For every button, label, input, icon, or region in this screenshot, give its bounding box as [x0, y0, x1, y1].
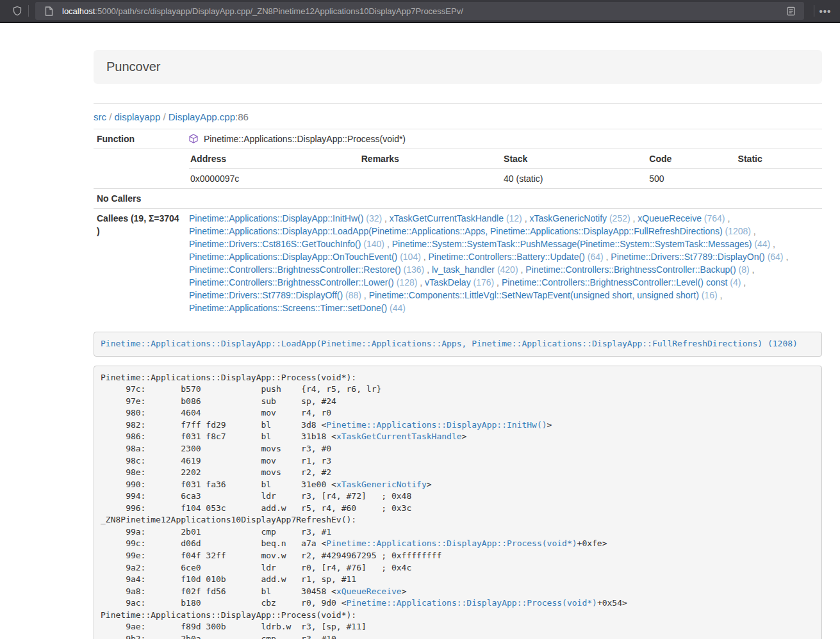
metrics-value — [737, 169, 822, 189]
symbol-link[interactable]: Pinetime::Applications::DisplayApp::Init… — [326, 420, 547, 430]
callee-size: (1208) — [723, 226, 751, 236]
highlighted-symbol-box: Pinetime::Applications::DisplayApp::Load… — [94, 332, 822, 357]
callee-size: (140) — [361, 239, 384, 249]
metrics-cell: AddressRemarksStackCodeStatic 0x0000097c… — [186, 149, 822, 189]
callee-separator: , — [382, 213, 390, 223]
callee-link[interactable]: xQueueReceive — [638, 213, 702, 223]
callee-link[interactable]: Pinetime::Applications::DisplayApp::OnTo… — [189, 252, 397, 262]
callee-link[interactable]: Pinetime::Controllers::BrightnessControl… — [189, 277, 394, 287]
callee-size: (136) — [401, 264, 425, 275]
callee-separator: , — [384, 239, 392, 249]
callee-size: (128) — [394, 277, 418, 287]
toolbar-separator-right — [814, 5, 814, 17]
callee-size: (764) — [702, 213, 725, 223]
app-header: Puncover — [94, 50, 822, 84]
callee-link[interactable]: Pinetime::Applications::DisplayApp::Init… — [189, 213, 363, 223]
callee-size: (44) — [387, 303, 406, 313]
callees-list: Pinetime::Applications::DisplayApp::Init… — [186, 209, 822, 318]
page-title: Puncover — [106, 60, 809, 74]
url-bar[interactable]: localhost:5000/path/src/displayapp/Displ… — [35, 2, 804, 20]
callee-link[interactable]: Pinetime::Controllers::BrightnessControl… — [525, 264, 736, 275]
callees-row: Callees (19, Σ=3704 ) Pinetime::Applicat… — [94, 209, 822, 318]
callee-separator: , — [494, 277, 502, 287]
no-callers-label: No Callers — [94, 189, 186, 209]
symbol-link[interactable]: Pinetime::Applications::DisplayApp::Proc… — [326, 538, 577, 548]
symbol-cube-icon — [189, 134, 198, 143]
symbol-link[interactable]: xTaskGenericNotify — [336, 480, 427, 489]
function-symbol: Pinetime::Applications::DisplayApp::Proc… — [204, 134, 406, 144]
callee-link[interactable]: Pinetime::Controllers::Battery::Update() — [429, 252, 585, 262]
callee-link[interactable]: xTaskGetCurrentTaskHandle — [390, 213, 504, 223]
reader-mode-icon[interactable] — [782, 3, 799, 19]
breadcrumb-separator: / — [106, 111, 115, 122]
metrics-column-header: Remarks — [360, 149, 502, 169]
callee-separator: , — [770, 239, 775, 249]
callee-size: (32) — [363, 213, 382, 223]
function-label: Function — [94, 129, 186, 149]
callee-size: (176) — [471, 277, 495, 287]
callee-separator: , — [718, 290, 723, 300]
function-row: Function Pinetime::Applications::Display… — [94, 129, 822, 149]
callee-link[interactable]: Pinetime::Drivers::St7789::DisplayOn() — [611, 252, 764, 262]
callee-size: (4) — [727, 277, 741, 287]
symbol-link[interactable]: xTaskGetCurrentTaskHandle — [336, 432, 462, 441]
symbol-link[interactable]: Pinetime::Applications::DisplayApp::Proc… — [347, 598, 597, 608]
callee-link[interactable]: Pinetime::System::SystemTask::PushMessag… — [392, 239, 752, 249]
callee-link[interactable]: Pinetime::Applications::Screens::Timer::… — [189, 303, 387, 313]
callee-separator: , — [361, 290, 369, 300]
callee-separator: , — [750, 264, 755, 275]
callee-link[interactable]: Pinetime::Controllers::BrightnessControl… — [502, 277, 727, 287]
highlighted-symbol-link[interactable]: Pinetime::Applications::DisplayApp::Load… — [101, 339, 798, 348]
callee-size: (420) — [495, 264, 518, 275]
callee-link[interactable]: Pinetime::Applications::DisplayApp::Load… — [189, 226, 723, 236]
metrics-value — [360, 169, 502, 189]
callee-size: (16) — [699, 290, 718, 300]
callee-size: (88) — [343, 290, 361, 300]
callee-link[interactable]: Pinetime::Controllers::BrightnessControl… — [189, 264, 401, 275]
function-symbol-cell: Pinetime::Applications::DisplayApp::Proc… — [186, 129, 822, 149]
callee-size: (12) — [504, 213, 522, 223]
metrics-column-header: Stack — [502, 149, 648, 169]
breadcrumb-link[interactable]: DisplayApp.cpp — [169, 111, 235, 122]
divider — [94, 103, 822, 104]
callee-link[interactable]: vTaskDelay — [425, 277, 471, 287]
callee-size: (64) — [765, 252, 784, 262]
page-container: Puncover src / displayapp / DisplayApp.c… — [94, 50, 822, 639]
callee-size: (44) — [752, 239, 770, 249]
tracking-protection-shield-icon[interactable] — [9, 3, 26, 19]
url-text[interactable]: localhost:5000/path/src/displayapp/Displ… — [62, 6, 782, 16]
metrics-value-row: 0x0000097c40 (static)500 — [189, 169, 822, 189]
callee-link[interactable]: Pinetime::Drivers::Cst816S::GetTouchInfo… — [189, 239, 361, 249]
callee-size: (252) — [607, 213, 630, 223]
url-host: localhost — [62, 6, 95, 16]
breadcrumb-line-number: :86 — [235, 111, 249, 122]
callee-link[interactable]: xTaskGenericNotify — [529, 213, 607, 223]
metrics-table: AddressRemarksStackCodeStatic 0x0000097c… — [189, 149, 822, 188]
metrics-column-header: Code — [648, 149, 736, 169]
symbol-link[interactable]: xQueueReceive — [336, 586, 402, 596]
callee-separator: , — [725, 213, 730, 223]
toolbar-separator — [28, 5, 29, 17]
metrics-column-header: Address — [189, 149, 360, 169]
breadcrumb-link[interactable]: displayapp — [115, 111, 161, 122]
no-callers-row: No Callers — [94, 189, 822, 209]
metrics-row: AddressRemarksStackCodeStatic 0x0000097c… — [94, 149, 822, 189]
breadcrumb-link[interactable]: src — [94, 111, 106, 122]
callee-size: (64) — [585, 252, 604, 262]
callee-separator: , — [522, 213, 530, 223]
metrics-value: 40 (static) — [502, 169, 648, 189]
callee-link[interactable]: Pinetime::Drivers::St7789::DisplayOff() — [189, 290, 343, 300]
callee-link[interactable]: Pinetime::Components::LittleVgl::SetNewT… — [369, 290, 699, 300]
more-tools-icon[interactable]: ••• — [817, 3, 834, 19]
callee-link[interactable]: lv_task_handler — [432, 264, 495, 275]
callee-separator: , — [630, 213, 638, 223]
breadcrumb-separator: / — [160, 111, 169, 122]
page-info-icon[interactable] — [40, 3, 57, 19]
callee-separator: , — [518, 264, 526, 275]
metrics-value: 500 — [648, 169, 736, 189]
browser-toolbar: localhost:5000/path/src/displayapp/Displ… — [0, 0, 840, 23]
disassembly-box: Pinetime::Applications::DisplayApp::Proc… — [94, 366, 822, 639]
callee-separator: , — [421, 252, 429, 262]
callees-label: Callees (19, Σ=3704 ) — [94, 209, 186, 318]
url-path: :5000/path/src/displayapp/DisplayApp.cpp… — [95, 6, 463, 16]
